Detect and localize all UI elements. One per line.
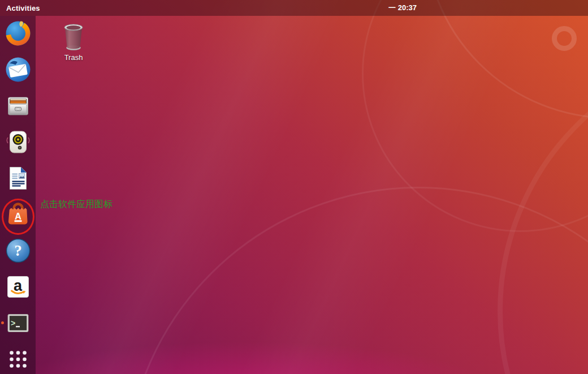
dock: A ? a — [0, 16, 36, 374]
dock-item-files[interactable] — [5, 92, 32, 119]
dock-item-help[interactable]: ? — [5, 237, 32, 264]
dock-item-terminal[interactable]: > — [5, 309, 32, 337]
amazon-icon: a — [5, 273, 32, 300]
svg-text:a: a — [13, 277, 22, 294]
app-grid-icon — [5, 346, 32, 373]
files-icon — [5, 92, 32, 119]
desktop-icon-trash[interactable]: Trash — [57, 22, 90, 62]
top-bar: Activities 一 20:37 — [0, 0, 588, 16]
clock[interactable]: 一 20:37 — [388, 0, 417, 16]
trash-icon — [61, 22, 86, 52]
svg-text:?: ? — [14, 242, 22, 259]
ubuntu-desktop: Activities 一 20:37 — [0, 0, 588, 374]
wallpaper-circle-logo — [552, 26, 577, 51]
wallpaper-ring — [424, 0, 588, 119]
help-icon: ? — [5, 237, 32, 264]
activities-button[interactable]: Activities — [0, 0, 46, 16]
dock-item-thunderbird[interactable] — [5, 56, 32, 83]
dock-item-rhythmbox[interactable] — [5, 128, 32, 156]
annotation-highlight-circle — [2, 199, 34, 235]
trash-label: Trash — [64, 53, 83, 62]
libreoffice-writer-icon — [5, 165, 32, 192]
wallpaper-ring — [362, 0, 588, 232]
dock-item-show-applications[interactable] — [5, 346, 32, 373]
thunderbird-icon — [5, 56, 32, 83]
dock-item-amazon[interactable]: a — [5, 273, 32, 300]
svg-text:>: > — [11, 319, 15, 328]
dock-item-firefox[interactable] — [5, 20, 32, 47]
firefox-icon — [5, 20, 32, 47]
wallpaper-ring — [124, 187, 588, 374]
dock-item-libreoffice-writer[interactable] — [5, 165, 32, 192]
rhythmbox-icon — [5, 128, 32, 156]
terminal-icon: > — [5, 309, 32, 337]
running-indicator-dot — [1, 321, 4, 324]
wallpaper-ring — [498, 45, 588, 374]
annotation-text: 点击软件应用图标 — [40, 199, 113, 209]
